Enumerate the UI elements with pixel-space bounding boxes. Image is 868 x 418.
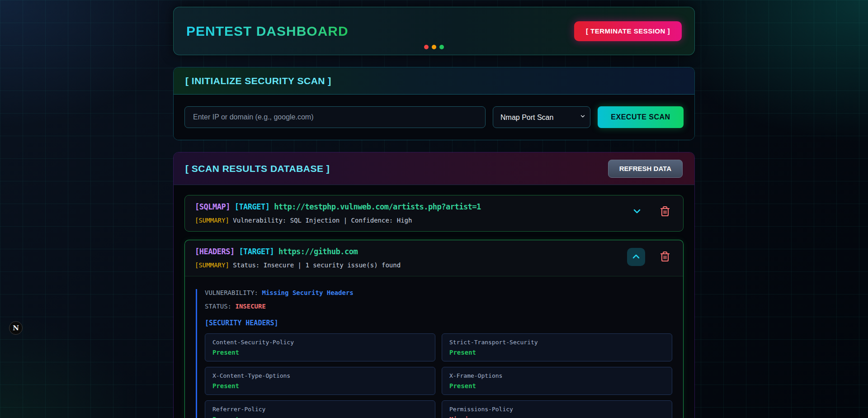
scan-type-select-wrap: Nmap Port Scan <box>493 106 590 128</box>
expand-result-button[interactable] <box>629 203 645 221</box>
delete-result-button[interactable] <box>657 248 673 266</box>
scan-result-header: [HEADERS] [TARGET] https://github.com [S… <box>185 240 683 276</box>
results-list: [SQLMAP] [TARGET] http://testphp.vulnweb… <box>174 185 694 418</box>
main-column: PENTEST DASHBOARD [ TERMINATE SESSION ] … <box>173 7 695 418</box>
collapse-result-button[interactable] <box>627 248 645 266</box>
result-title-line: [HEADERS] [TARGET] https://github.com <box>195 247 627 256</box>
result-detail-panel: VULNERABILITY: Missing Security Headers … <box>185 276 683 418</box>
status-dot-amber <box>432 45 436 49</box>
security-header-cell: X-Content-Type-Options Present <box>205 367 435 395</box>
header-name: Content-Security-Policy <box>212 339 428 346</box>
trash-icon <box>660 251 670 263</box>
summary-tag: [SUMMARY] <box>195 261 229 269</box>
scan-result-card: [HEADERS] [TARGET] https://github.com [S… <box>184 240 684 418</box>
vulnerability-label: VULNERABILITY: <box>205 289 258 296</box>
status-dot-red <box>424 45 429 49</box>
header-value: Present <box>212 382 428 390</box>
scan-form: Nmap Port Scan EXECUTE SCAN <box>174 95 694 140</box>
nextjs-n-icon: N <box>13 324 19 332</box>
summary-tag: [SUMMARY] <box>195 217 229 224</box>
target-tag: [TARGET] <box>235 202 270 211</box>
result-title-line: [SQLMAP] [TARGET] http://testphp.vulnweb… <box>195 202 629 211</box>
scan-section: [ INITIALIZE SECURITY SCAN ] Nmap Port S… <box>173 67 695 140</box>
chevron-down-icon <box>632 206 642 218</box>
header-name: Permissions-Policy <box>449 406 665 413</box>
security-header-cell: X-Frame-Options Present <box>442 367 672 395</box>
status-value: INSECURE <box>235 303 265 310</box>
result-summary-line: [SUMMARY] Status: Insecure | 1 security … <box>195 261 627 269</box>
scan-section-header: [ INITIALIZE SECURITY SCAN ] <box>174 67 694 95</box>
scan-result-header: [SQLMAP] [TARGET] http://testphp.vulnweb… <box>185 195 683 231</box>
delete-result-button[interactable] <box>657 203 673 221</box>
terminate-session-button[interactable]: [ TERMINATE SESSION ] <box>574 21 682 41</box>
scan-result-card: [SQLMAP] [TARGET] http://testphp.vulnweb… <box>184 195 684 232</box>
header-name: X-Frame-Options <box>449 372 665 379</box>
security-header-cell: Strict-Transport-Security Present <box>442 333 672 361</box>
tool-tag: [HEADERS] <box>195 247 235 256</box>
tool-tag: [SQLMAP] <box>195 202 230 211</box>
execute-scan-button[interactable]: EXECUTE SCAN <box>598 106 684 128</box>
header-value: Present <box>449 382 665 390</box>
result-summary-line: [SUMMARY] Vulnerability: SQL Injection |… <box>195 217 629 224</box>
security-header-cell: Content-Security-Policy Present <box>205 333 435 361</box>
security-header-cell: Permissions-Policy Missing <box>442 400 672 418</box>
page-title: PENTEST DASHBOARD <box>186 24 349 39</box>
status-row: STATUS: INSECURE <box>205 303 672 310</box>
scan-type-select[interactable]: Nmap Port Scan <box>493 106 590 128</box>
refresh-data-button[interactable]: REFRESH DATA <box>608 160 683 178</box>
target-url: http://testphp.vulnweb.com/artists.php?a… <box>274 202 481 211</box>
security-headers-grid: Content-Security-Policy Present Strict-T… <box>205 333 672 418</box>
results-section: [ SCAN RESULTS DATABASE ] REFRESH DATA [… <box>173 152 695 418</box>
results-section-title: [ SCAN RESULTS DATABASE ] <box>185 163 330 174</box>
app-header: PENTEST DASHBOARD [ TERMINATE SESSION ] <box>173 7 695 55</box>
trash-icon <box>660 206 670 218</box>
nextjs-dev-badge[interactable]: N <box>9 321 23 335</box>
header-name: Referrer-Policy <box>212 406 428 413</box>
header-name: Strict-Transport-Security <box>449 339 665 346</box>
target-input[interactable] <box>184 106 486 128</box>
chevron-up-icon <box>631 251 642 263</box>
status-label: STATUS: <box>205 303 231 310</box>
target-url: https://github.com <box>278 247 358 256</box>
security-headers-title: [SECURITY HEADERS] <box>205 319 672 327</box>
results-section-header: [ SCAN RESULTS DATABASE ] REFRESH DATA <box>174 152 694 185</box>
summary-text: Status: Insecure | 1 security issue(s) f… <box>233 261 401 269</box>
status-dot-green <box>439 45 444 49</box>
status-dots <box>424 45 444 49</box>
target-tag: [TARGET] <box>239 247 274 256</box>
header-value: Present <box>212 349 428 356</box>
header-value: Present <box>449 349 665 356</box>
header-value: Present <box>212 416 428 418</box>
security-header-cell: Referrer-Policy Present <box>205 400 435 418</box>
vulnerability-value: Missing Security Headers <box>262 289 353 296</box>
header-value: Missing <box>449 416 665 418</box>
header-name: X-Content-Type-Options <box>212 372 428 379</box>
vulnerability-row: VULNERABILITY: Missing Security Headers <box>205 289 672 296</box>
scan-section-title: [ INITIALIZE SECURITY SCAN ] <box>185 76 331 86</box>
summary-text: Vulnerability: SQL Injection | Confidenc… <box>233 217 412 224</box>
